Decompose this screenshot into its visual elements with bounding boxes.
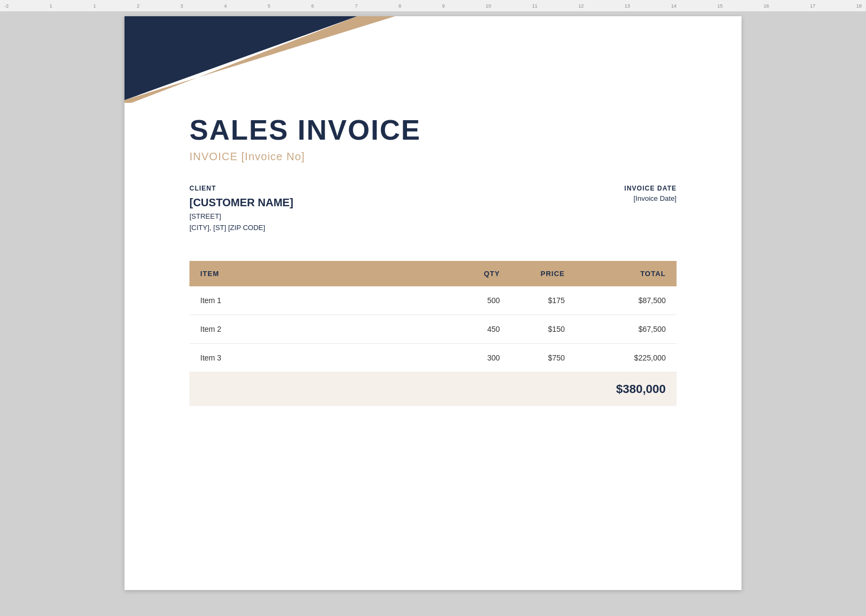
ruler-mark: 3 xyxy=(180,3,183,9)
total-empty-3 xyxy=(511,372,576,406)
ruler-mark: 4 xyxy=(224,3,227,9)
table-row: Item 3 300 $750 $225,000 xyxy=(189,343,677,372)
ruler-mark: 1 xyxy=(93,3,96,9)
ruler-mark: 2 xyxy=(137,3,140,9)
row-item: Item 1 xyxy=(189,286,457,315)
ruler-mark: 12 xyxy=(579,3,584,9)
row-total: $87,500 xyxy=(576,286,677,315)
document-wrapper: SALES INVOICE INVOICE [Invoice No] CLIEN… xyxy=(0,16,866,590)
header-total: TOTAL xyxy=(576,261,677,286)
ruler-mark: 15 xyxy=(717,3,723,9)
row-qty: 500 xyxy=(457,286,511,315)
row-qty: 450 xyxy=(457,314,511,343)
total-empty-1 xyxy=(189,372,457,406)
header-qty: QTY xyxy=(457,261,511,286)
row-price: $750 xyxy=(511,343,576,372)
row-total: $225,000 xyxy=(576,343,677,372)
total-empty-2 xyxy=(457,372,511,406)
row-item: Item 2 xyxy=(189,314,457,343)
ruler-mark: 18 xyxy=(856,3,862,9)
invoice-subtitle: INVOICE [Invoice No] xyxy=(189,150,677,163)
ruler-mark: 16 xyxy=(764,3,769,9)
total-row: $380,000 xyxy=(189,372,677,406)
customer-city-state-zip: [CITY], [ST] [ZIP CODE] xyxy=(189,222,625,234)
date-section: INVOICE DATE [Invoice Date] xyxy=(625,185,677,234)
ruler-mark: 6 xyxy=(311,3,314,9)
customer-street: [STREET] xyxy=(189,211,625,222)
header-price: PRICE xyxy=(511,261,576,286)
ruler-mark: -2 xyxy=(4,3,9,9)
invoice-title: SALES INVOICE xyxy=(189,114,677,146)
table-row: Item 2 450 $150 $67,500 xyxy=(189,314,677,343)
ruler-mark: 17 xyxy=(810,3,815,9)
invoice-date-value: [Invoice Date] xyxy=(625,194,677,202)
row-price: $175 xyxy=(511,286,576,315)
document: SALES INVOICE INVOICE [Invoice No] CLIEN… xyxy=(124,16,742,590)
table-header-row: ITEM QTY PRICE TOTAL xyxy=(189,261,677,286)
ruler-mark: 11 xyxy=(532,3,537,9)
row-item: Item 3 xyxy=(189,343,457,372)
client-label: CLIENT xyxy=(189,185,625,192)
ruler-mark: 14 xyxy=(671,3,677,9)
ruler-mark: 10 xyxy=(486,3,491,9)
row-total: $67,500 xyxy=(576,314,677,343)
row-price: $150 xyxy=(511,314,576,343)
ruler-mark: 13 xyxy=(625,3,630,9)
invoice-table: ITEM QTY PRICE TOTAL Item 1 500 $175 $87… xyxy=(189,261,677,406)
client-section: CLIENT [CUSTOMER NAME] [STREET] [CITY], … xyxy=(189,185,625,234)
grand-total: $380,000 xyxy=(576,372,677,406)
ruler-mark: 5 xyxy=(267,3,270,9)
ruler-mark: 9 xyxy=(442,3,445,9)
header-item: ITEM xyxy=(189,261,457,286)
ruler-mark: 1 xyxy=(50,3,53,9)
invoice-content: SALES INVOICE INVOICE [Invoice No] CLIEN… xyxy=(124,16,742,438)
ruler-mark: 7 xyxy=(355,3,358,9)
info-section: CLIENT [CUSTOMER NAME] [STREET] [CITY], … xyxy=(189,185,677,234)
ruler-mark: 8 xyxy=(398,3,401,9)
table-row: Item 1 500 $175 $87,500 xyxy=(189,286,677,315)
invoice-date-label: INVOICE DATE xyxy=(625,185,677,192)
ruler: -2 1 1 2 3 4 5 6 7 8 9 10 11 12 13 14 15… xyxy=(0,0,866,12)
customer-name: [CUSTOMER NAME] xyxy=(189,196,625,209)
row-qty: 300 xyxy=(457,343,511,372)
